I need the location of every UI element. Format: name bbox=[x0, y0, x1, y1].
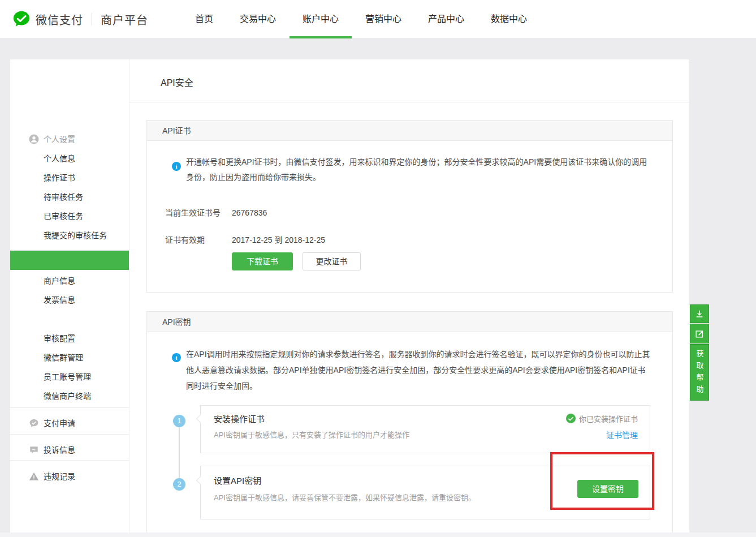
user-icon bbox=[29, 134, 39, 144]
nav-item-product-center[interactable]: 产品中心 bbox=[428, 0, 464, 38]
cert-management-link[interactable]: 证书管理 bbox=[606, 429, 638, 440]
brand-portal-name: 商户平台 bbox=[101, 11, 148, 28]
api-certificate-card: API证书 i 开通帐号和更换API证书时，由微信支付签发，用来标识和界定你的身… bbox=[146, 120, 673, 293]
sidebar-item-reviewed-tasks[interactable]: 已审核任务 bbox=[10, 210, 129, 222]
chat-bubble-icon bbox=[29, 445, 39, 455]
sidebar-item-wechat-group-mgmt[interactable]: 微信群管理 bbox=[10, 351, 129, 364]
sidebar-item-personal-info[interactable]: 个人信息 bbox=[10, 152, 129, 165]
get-help-label: 获取帮助 bbox=[694, 347, 705, 397]
sidebar: 个人设置 个人信息 操作证书 待审核任务 已审核任务 我提交的审核任务 账户设置… bbox=[10, 59, 129, 532]
info-icon: i bbox=[172, 353, 181, 362]
sidebar-section-label: 个人设置 bbox=[44, 133, 75, 145]
check-circle-icon bbox=[566, 414, 576, 423]
brand-product-name: 微信支付 bbox=[36, 11, 83, 28]
brand-separator bbox=[92, 13, 92, 25]
get-help-button[interactable]: 获取帮助 bbox=[690, 344, 709, 401]
sidebar-item-pending-review-tasks[interactable]: 待审核任务 bbox=[10, 191, 129, 203]
download-help-button[interactable] bbox=[690, 304, 709, 323]
main-nav: 首页 交易中心 账户中心 营销中心 产品中心 数据中心 bbox=[195, 0, 527, 38]
info-icon: i bbox=[172, 162, 181, 171]
step-1-title: 安装操作证书 bbox=[214, 413, 265, 424]
step-connector-line bbox=[179, 427, 180, 479]
sidebar-item-staff-account-mgmt[interactable]: 员工账号管理 bbox=[10, 371, 129, 383]
nav-item-home[interactable]: 首页 bbox=[195, 0, 213, 38]
cert-validity-label: 证书有效期 bbox=[165, 234, 232, 245]
cert-validity-row: 证书有效期2017-12-25 到 2018-12-25 bbox=[165, 234, 325, 245]
api-key-info-text: 在API调用时用来按照指定规则对你的请求参数进行签名，服务器收到你的请求时会进行… bbox=[186, 346, 653, 394]
sidebar-item-complaint-info[interactable]: 投诉信息 bbox=[10, 444, 129, 456]
sidebar-item-my-submitted-tasks[interactable]: 我提交的审核任务 bbox=[10, 229, 129, 242]
warning-triangle-icon bbox=[29, 471, 39, 482]
step-2-title: 设置API密钥 bbox=[214, 474, 261, 486]
current-cert-number-value: 26767836 bbox=[232, 208, 267, 217]
wechat-pay-logo-icon bbox=[12, 10, 31, 28]
step-1-status: 你已安装操作证书 bbox=[566, 413, 638, 424]
sidebar-item-review-config[interactable]: 审核配置 bbox=[10, 332, 129, 345]
change-cert-button[interactable]: 更改证书 bbox=[303, 252, 361, 270]
api-key-card-title: API密钥 bbox=[147, 312, 672, 332]
step-1-description: API密钥属于敏感信息，只有安装了操作证书的用户才能操作 bbox=[214, 429, 409, 440]
sidebar-item-violation-records[interactable]: 违规记录 bbox=[10, 470, 129, 483]
edit-icon bbox=[694, 329, 705, 339]
nav-item-data-center[interactable]: 数据中心 bbox=[491, 0, 527, 38]
sidebar-divider bbox=[10, 460, 129, 461]
top-header: 微信支付 商户平台 首页 交易中心 账户中心 营销中心 产品中心 数据中心 bbox=[0, 0, 756, 38]
download-icon bbox=[694, 309, 705, 319]
brand-logo[interactable]: 微信支付 商户平台 bbox=[12, 0, 148, 38]
nav-item-transaction-center[interactable]: 交易中心 bbox=[240, 0, 276, 38]
sidebar-section-personal-settings: 个人设置 bbox=[10, 133, 129, 145]
sidebar-item-invoice-info[interactable]: 发票信息 bbox=[10, 294, 129, 306]
download-cert-button[interactable]: 下载证书 bbox=[232, 252, 293, 270]
sidebar-divider bbox=[10, 434, 129, 435]
sidebar-divider bbox=[10, 407, 129, 408]
sidebar-item-operation-cert[interactable]: 操作证书 bbox=[10, 171, 129, 184]
step-1-number: 1 bbox=[173, 415, 185, 427]
feedback-edit-button[interactable] bbox=[690, 324, 709, 343]
sidebar-item-api-security[interactable]: API安全 bbox=[10, 313, 129, 325]
page-title: API安全 bbox=[161, 75, 193, 89]
nav-item-marketing-center[interactable]: 营销中心 bbox=[365, 0, 401, 38]
api-certificate-info-text: 开通帐号和更换API证书时，由微信支付签发，用来标识和界定你的身份；部分安全性要… bbox=[186, 154, 653, 185]
chat-check-icon bbox=[29, 418, 39, 428]
sidebar-item-merchant-info[interactable]: 商户信息 bbox=[10, 274, 129, 287]
step-2-description: API密钥属于敏感信息，请妥善保管不要泄露，如果怀疑信息泄露，请重设密钥。 bbox=[214, 492, 476, 502]
sidebar-active-highlight bbox=[10, 251, 129, 270]
step-notch bbox=[196, 415, 204, 423]
step-1-install-cert-panel: 安装操作证书 API密钥属于敏感信息，只有安装了操作证书的用户才能操作 你已安装… bbox=[200, 405, 650, 453]
bottom-strip bbox=[0, 532, 756, 537]
sidebar-item-payment-application[interactable]: 支付申请 bbox=[10, 417, 129, 429]
current-cert-number-row: 当前生效证书号26767836 bbox=[165, 207, 267, 218]
api-certificate-card-title: API证书 bbox=[147, 121, 672, 141]
annotation-highlight-rectangle bbox=[550, 452, 654, 510]
step-notch bbox=[196, 476, 204, 484]
current-cert-number-label: 当前生效证书号 bbox=[165, 207, 232, 218]
wechat-pay-merchant-platform: 微信支付 商户平台 首页 交易中心 账户中心 营销中心 产品中心 数据中心 个人… bbox=[0, 0, 756, 537]
title-divider bbox=[129, 102, 689, 102]
sidebar-item-wechat-merchant-terminal[interactable]: 微信商户终端 bbox=[10, 390, 129, 402]
nav-item-account-center[interactable]: 账户中心 bbox=[303, 0, 339, 38]
step-2-number: 2 bbox=[173, 478, 185, 491]
cert-validity-value: 2017-12-25 到 2018-12-25 bbox=[232, 235, 325, 244]
step-1-status-text: 你已安装操作证书 bbox=[579, 413, 638, 424]
